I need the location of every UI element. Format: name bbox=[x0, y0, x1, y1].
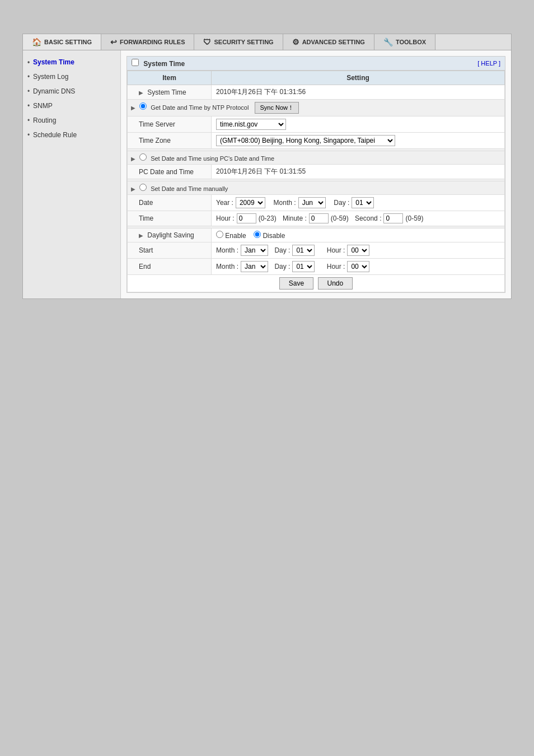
dst-start-cell: Month : JanFebMarAprMayJunJulAugSepOctNo… bbox=[212, 242, 505, 259]
end-day-select[interactable]: 0102030405060708091011121314151617181920… bbox=[292, 261, 315, 272]
time-row: Time Hour : (0-23) Minute : bbox=[128, 211, 505, 226]
pc-date-value-cell: 2010年1月26日 下午 01:31:55 bbox=[212, 165, 505, 179]
time-zone-row: Time Zone (GMT+08:00) Beijing, Hong Kong… bbox=[128, 133, 505, 149]
system-time-panel: System Time [ HELP ] Item Setting bbox=[127, 56, 505, 293]
time-server-row: Time Server time.nist.gov time.windows.c… bbox=[128, 116, 505, 133]
arrow-icon: ▶ bbox=[139, 90, 143, 96]
undo-button[interactable]: Undo bbox=[318, 277, 353, 290]
time-server-value-cell: time.nist.gov time.windows.com bbox=[212, 116, 505, 133]
sidebar-item-snmp[interactable]: SNMP bbox=[23, 99, 120, 113]
month-select[interactable]: JanFebMarAprMayJunJulAugSepOctNovDec bbox=[298, 197, 326, 208]
system-time-value-cell: 2010年1月26日 下午 01:31:56 bbox=[212, 85, 505, 100]
minute-input[interactable] bbox=[309, 213, 329, 223]
content-panel: System Time [ HELP ] Item Setting bbox=[121, 50, 511, 298]
start-month-select[interactable]: JanFebMarAprMayJunJulAugSepOctNovDec bbox=[241, 245, 268, 256]
toolbox-icon: 🔧 bbox=[383, 38, 393, 46]
save-button[interactable]: Save bbox=[279, 277, 313, 290]
year-label: Year : bbox=[216, 199, 233, 207]
end-month-select[interactable]: JanFebMarAprMayJunJulAugSepOctNovDec bbox=[241, 261, 268, 272]
start-hour-select[interactable]: 0001020304050607080910111213141516171819… bbox=[347, 245, 369, 256]
button-row: Save Undo bbox=[128, 275, 505, 292]
col-setting: Setting bbox=[212, 71, 505, 85]
end-month-label: Month : bbox=[216, 263, 238, 270]
start-day-select[interactable]: 0102030405060708091011121314151617181920… bbox=[292, 245, 315, 256]
sidebar-item-dynamic-dns[interactable]: Dynamic DNS bbox=[23, 84, 120, 99]
tab-basic-label: BASIC SETTING bbox=[44, 39, 92, 45]
pc-radio[interactable] bbox=[139, 153, 147, 161]
tab-security-label: SECURITY SETTING bbox=[214, 39, 273, 45]
date-form-row: Year : 2009201020112012 Month : JanFebMa… bbox=[216, 197, 500, 208]
date-value-cell: Year : 2009201020112012 Month : JanFebMa… bbox=[212, 195, 505, 211]
dst-start-row: Start Month : JanFebMarAprMayJunJulAugSe… bbox=[128, 242, 505, 259]
manual-arrow-icon: ▶ bbox=[131, 186, 135, 192]
start-hour-label: Hour : bbox=[327, 246, 345, 254]
main-area: System Time System Log Dynamic DNS SNMP … bbox=[22, 50, 512, 299]
tab-advanced-label: ADVANCED SETTING bbox=[302, 39, 365, 45]
tab-toolbox-label: TOOLBOX bbox=[396, 39, 426, 45]
pc-date-section-row: ▶ Set Date and Time using PC's Date and … bbox=[128, 151, 505, 165]
enable-label[interactable]: Enable bbox=[216, 232, 248, 240]
time-label-cell: Time bbox=[128, 211, 212, 226]
hour-label: Hour : bbox=[216, 214, 235, 222]
system-time-item-label: ▶ System Time bbox=[128, 85, 212, 100]
hour-input[interactable] bbox=[237, 213, 256, 223]
ntp-radio[interactable] bbox=[139, 102, 147, 110]
second-range: (0-59) bbox=[405, 214, 423, 222]
sidebar: System Time System Log Dynamic DNS SNMP … bbox=[23, 50, 121, 298]
end-day-label: Day : bbox=[274, 263, 290, 270]
sidebar-item-system-time[interactable]: System Time bbox=[23, 55, 120, 69]
daylight-section-row: ▶ Daylight Saving Enable Disa bbox=[128, 228, 505, 242]
ntp-section-row: ▶ Get Date and Time by NTP Protocol Sync… bbox=[128, 100, 505, 116]
day-label: Day : bbox=[334, 199, 349, 207]
manual-section-row: ▶ Set Date and Time manually bbox=[128, 181, 505, 195]
time-form-row: Hour : (0-23) Minute : (0-59) Second : bbox=[216, 213, 500, 223]
time-zone-value-cell: (GMT+08:00) Beijing, Hong Kong, Singapor… bbox=[212, 133, 505, 149]
panel-checkbox[interactable] bbox=[132, 59, 139, 66]
manual-section-cell: ▶ Set Date and Time manually bbox=[128, 181, 505, 195]
button-cell: Save Undo bbox=[128, 275, 505, 292]
end-hour-select[interactable]: 0001020304050607080910111213141516171819… bbox=[347, 261, 369, 272]
tab-toolbox[interactable]: 🔧 TOOLBOX bbox=[374, 34, 435, 50]
dst-end-label: End bbox=[128, 259, 212, 275]
time-server-select[interactable]: time.nist.gov time.windows.com bbox=[216, 119, 286, 130]
disable-label[interactable]: Disable bbox=[254, 232, 285, 240]
year-select[interactable]: 2009201020112012 bbox=[236, 197, 265, 208]
pc-arrow-icon: ▶ bbox=[131, 156, 135, 162]
system-time-row: ▶ System Time 2010年1月26日 下午 01:31:56 bbox=[128, 85, 505, 100]
dst-enable-radio[interactable] bbox=[216, 231, 223, 238]
hour-range: (0-23) bbox=[259, 214, 277, 222]
daylight-arrow-icon: ▶ bbox=[139, 232, 143, 239]
tab-basic[interactable]: 🏠 BASIC SETTING bbox=[23, 34, 101, 50]
day-select[interactable]: 0102030405060708091011121314151617181920… bbox=[352, 197, 374, 208]
daylight-options-cell: Enable Disable bbox=[212, 228, 505, 242]
tab-advanced[interactable]: ⚙ ADVANCED SETTING bbox=[283, 34, 374, 50]
security-icon: 🛡 bbox=[203, 38, 211, 46]
dst-start-label: Start bbox=[128, 242, 212, 259]
tab-security[interactable]: 🛡 SECURITY SETTING bbox=[194, 34, 283, 50]
basic-icon: 🏠 bbox=[32, 38, 41, 46]
settings-table: Item Setting ▶ System Time 2010年1月26日 下午… bbox=[127, 71, 505, 292]
panel-header: System Time [ HELP ] bbox=[127, 57, 505, 71]
minute-label: Minute : bbox=[283, 214, 307, 222]
forwarding-icon: ↩ bbox=[110, 38, 117, 46]
sidebar-item-system-log[interactable]: System Log bbox=[23, 69, 120, 84]
sync-now-button[interactable]: Sync Now！ bbox=[255, 102, 299, 114]
time-zone-label-cell: Time Zone bbox=[128, 133, 212, 149]
dst-start-form: Month : JanFebMarAprMayJunJulAugSepOctNo… bbox=[216, 245, 500, 256]
dst-disable-radio[interactable] bbox=[254, 231, 261, 238]
pc-date-label-cell: PC Date and Time bbox=[128, 165, 212, 179]
tab-forwarding[interactable]: ↩ FORWARDING RULES bbox=[101, 34, 195, 50]
sidebar-item-schedule-rule[interactable]: Schedule Rule bbox=[23, 128, 120, 142]
help-link[interactable]: [ HELP ] bbox=[477, 60, 500, 67]
pc-date-row: PC Date and Time 2010年1月26日 下午 01:31:55 bbox=[128, 165, 505, 179]
start-month-label: Month : bbox=[216, 246, 238, 254]
dst-end-form: Month : JanFebMarAprMayJunJulAugSepOctNo… bbox=[216, 261, 500, 272]
sidebar-item-routing[interactable]: Routing bbox=[23, 113, 120, 128]
date-label-cell: Date bbox=[128, 195, 212, 211]
manual-radio[interactable] bbox=[139, 184, 147, 191]
nav-tabs: 🏠 BASIC SETTING ↩ FORWARDING RULES 🛡 SEC… bbox=[22, 34, 512, 50]
panel-title: System Time bbox=[132, 59, 185, 68]
month-label: Month : bbox=[274, 199, 296, 207]
time-zone-select[interactable]: (GMT+08:00) Beijing, Hong Kong, Singapor… bbox=[216, 135, 395, 146]
second-input[interactable] bbox=[383, 213, 403, 223]
